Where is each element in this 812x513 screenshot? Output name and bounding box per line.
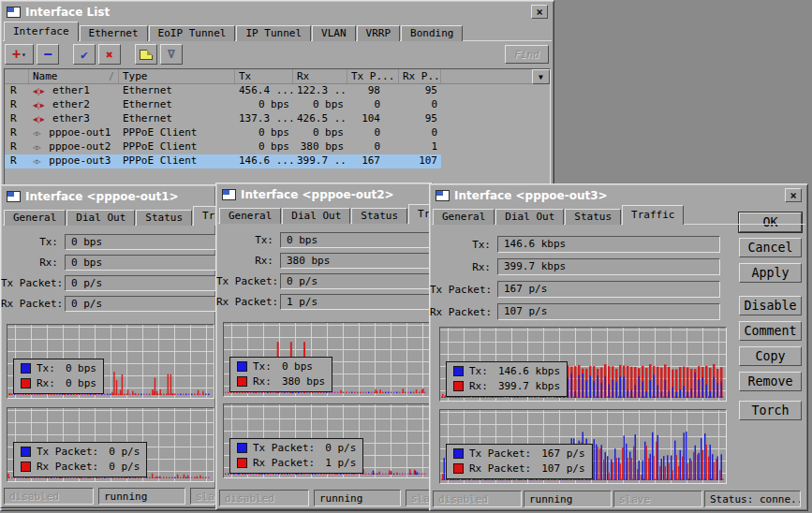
add-icon: + bbox=[12, 48, 21, 61]
dialog-button[interactable]: OK bbox=[739, 213, 802, 232]
tab[interactable]: General bbox=[219, 208, 281, 224]
field-value-text: 167 p/s bbox=[504, 283, 547, 295]
column-header-tx-packet[interactable]: Tx P... bbox=[347, 69, 399, 83]
dialog-button[interactable]: Copy bbox=[739, 346, 802, 366]
column-header-rx-packet[interactable]: Rx P... bbox=[399, 69, 441, 83]
row-flag: R bbox=[5, 98, 29, 112]
comment-button[interactable] bbox=[135, 44, 157, 65]
field-value[interactable]: 167 p/s bbox=[497, 281, 720, 298]
tab[interactable]: Status bbox=[351, 208, 407, 224]
legend-value: 167 p/s bbox=[541, 447, 584, 460]
remove-button[interactable]: − bbox=[37, 44, 59, 65]
field-label: Rx Packet: bbox=[1, 298, 65, 310]
enable-button[interactable]: ✔ bbox=[73, 44, 96, 65]
tab[interactable]: General bbox=[4, 210, 66, 226]
field-value[interactable]: 0 bps bbox=[280, 232, 433, 248]
titlebar[interactable]: Interface <pppoe-out2> bbox=[218, 185, 430, 203]
tab[interactable]: Dial Out bbox=[495, 209, 564, 225]
interface-row[interactable]: R ◀¦▶ ether2 Ethernet 0 bps 0 bps 0 0 bbox=[5, 98, 441, 112]
dialog-button[interactable]: Comment bbox=[739, 321, 802, 341]
interface-name: pppoe-out3 bbox=[49, 154, 111, 167]
status-text: slave bbox=[619, 493, 650, 506]
status-text: disabled bbox=[438, 493, 488, 506]
tab[interactable]: VLAN bbox=[312, 25, 356, 41]
row-rx-packet: 95 bbox=[399, 84, 441, 98]
tab[interactable]: Interface bbox=[4, 22, 79, 41]
field-value[interactable]: 107 p/s bbox=[497, 303, 720, 320]
close-button[interactable]: × bbox=[531, 5, 548, 19]
tab[interactable]: Ethernet bbox=[80, 25, 148, 41]
tab[interactable]: VRRP bbox=[357, 25, 401, 41]
dialog-button[interactable]: Apply bbox=[739, 263, 802, 283]
tab-label: General bbox=[229, 210, 272, 222]
add-button[interactable]: + ▾ bbox=[5, 44, 34, 65]
column-dropdown-button[interactable]: ▼ bbox=[532, 69, 550, 84]
tab[interactable]: Status bbox=[136, 210, 192, 226]
tab[interactable]: IP Tunnel bbox=[236, 25, 311, 41]
field-label: Rx: bbox=[430, 261, 497, 273]
tab[interactable]: Traffic bbox=[193, 206, 216, 226]
dialog-buttons: OK Cancel Apply Disable Comment Copy R bbox=[739, 213, 802, 420]
titlebar[interactable]: Interface <pppoe-out1> bbox=[3, 187, 214, 205]
field-value[interactable]: 0 bps bbox=[65, 234, 216, 250]
column-header-flags[interactable] bbox=[5, 69, 29, 83]
comment-note-icon bbox=[140, 50, 153, 60]
tab[interactable]: Status bbox=[565, 209, 621, 225]
field-value[interactable]: 146.6 kbps bbox=[497, 236, 720, 253]
tab[interactable]: Dial Out bbox=[282, 208, 350, 224]
legend-label: Tx: bbox=[253, 360, 272, 373]
interface-row[interactable]: R ◀¦▶ ether1 Ethernet 456.4 ... 122.3 ..… bbox=[5, 84, 441, 98]
column-label: Type bbox=[123, 70, 148, 82]
row-type: Ethernet bbox=[119, 84, 235, 98]
titlebar[interactable]: Interface List × bbox=[3, 3, 552, 21]
dialog-button[interactable]: Torch bbox=[739, 401, 802, 420]
interface-row[interactable]: R ◀¦▶ ether3 Ethernet 137.3 ... 426.5 ..… bbox=[5, 112, 441, 126]
column-header-tx[interactable]: Tx bbox=[235, 69, 293, 83]
tab[interactable]: Dial Out bbox=[66, 210, 135, 226]
filter-button[interactable]: ∇ bbox=[160, 44, 183, 65]
tab[interactable]: EoIP Tunnel bbox=[149, 25, 236, 41]
find-button[interactable]: Find bbox=[505, 45, 549, 64]
field-value[interactable]: 380 bps bbox=[280, 253, 433, 269]
legend-label: Rx: bbox=[37, 377, 55, 389]
dialog-button-label: OK bbox=[762, 215, 777, 229]
window-pppoe-out1: Interface <pppoe-out1> General Dial Out … bbox=[0, 184, 216, 508]
legend-value: 146.6 kbps bbox=[498, 365, 560, 377]
interface-row[interactable]: R ◁▷ pppoe-out3 PPPoE Client 146.6 ... 3… bbox=[5, 154, 441, 169]
legend-label: Rx Packet: bbox=[37, 461, 98, 473]
legend-row: Tx: 0 bps bbox=[21, 362, 96, 374]
status-text: Status: conne... bbox=[710, 493, 801, 506]
dialog-button[interactable]: Disable bbox=[739, 296, 802, 315]
field-value[interactable]: 0 p/s bbox=[65, 296, 216, 312]
tab-label: Dial Out bbox=[291, 210, 341, 222]
field-value-text: 0 bps bbox=[71, 256, 102, 269]
field-row: Rx Packet: 1 p/s bbox=[216, 294, 432, 310]
field-value[interactable]: 0 p/s bbox=[65, 275, 216, 291]
tab-label: Traffic bbox=[202, 210, 216, 222]
disable-button[interactable]: ✖ bbox=[98, 44, 121, 65]
field-value[interactable]: 1 p/s bbox=[280, 294, 433, 310]
column-header-type[interactable]: Type bbox=[119, 69, 235, 83]
status-text: running bbox=[319, 492, 362, 505]
field-value[interactable]: 399.7 kbps bbox=[497, 258, 720, 275]
field-label: Rx: bbox=[216, 255, 280, 267]
interface-row[interactable]: R ◁▷ pppoe-out1 PPPoE Client 0 bps 0 bps… bbox=[5, 126, 441, 140]
column-header-rx[interactable]: Rx bbox=[293, 69, 347, 83]
tab[interactable]: Bonding bbox=[401, 25, 463, 41]
field-value-text: 1 p/s bbox=[287, 296, 317, 308]
field-value-text: 0 bps bbox=[287, 234, 317, 246]
field-row: Rx: 380 bps bbox=[216, 253, 432, 269]
field-value[interactable]: 0 p/s bbox=[280, 273, 433, 289]
dialog-button[interactable]: Remove bbox=[739, 372, 802, 391]
window-pppoe-out3: Interface <pppoe-out3> × General Dial Ou… bbox=[429, 183, 808, 511]
close-button[interactable]: × bbox=[785, 188, 802, 202]
field-value[interactable]: 0 bps bbox=[65, 255, 216, 271]
titlebar[interactable]: Interface <pppoe-out3> × bbox=[432, 186, 805, 204]
tab[interactable]: Traffic bbox=[622, 205, 684, 225]
column-header-name[interactable]: Name / bbox=[29, 69, 119, 83]
interface-row[interactable]: R ◁▷ pppoe-out2 PPPoE Client 0 bps 380 b… bbox=[5, 140, 441, 154]
tab[interactable]: General bbox=[433, 209, 495, 225]
legend-swatch bbox=[21, 447, 31, 457]
legend-row: Tx Packet: 0 p/s bbox=[21, 446, 140, 458]
dialog-button[interactable]: Cancel bbox=[739, 238, 802, 257]
